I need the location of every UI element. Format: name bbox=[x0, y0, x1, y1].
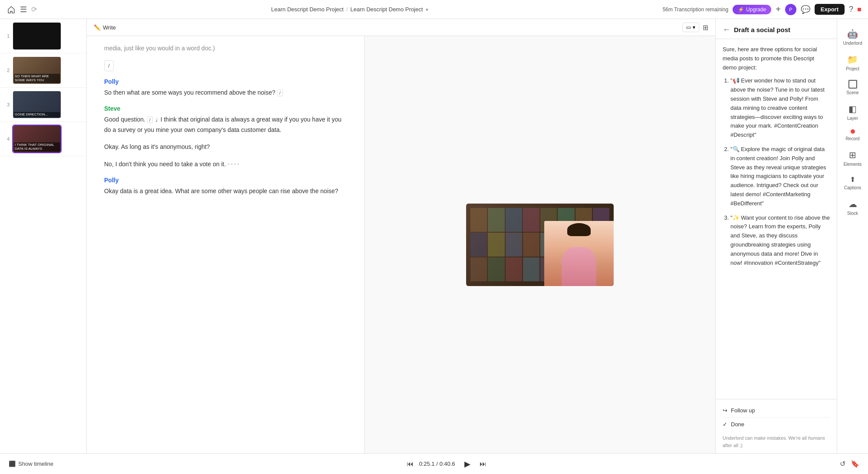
ai-posts-list: "📢 Ever wonder how to stand out above th… bbox=[723, 76, 830, 267]
scenes-panel: 1 2 SO THEN WHAT ARE SOME WAYS YOU 3 GON… bbox=[0, 19, 87, 453]
layer-icon: ◧ bbox=[848, 104, 857, 114]
speaker-polly-1: Polly bbox=[104, 78, 347, 85]
sidebar-item-scene[interactable]: Scene bbox=[837, 76, 868, 99]
scene-item[interactable]: 3 GONE DIRECTION... bbox=[0, 88, 86, 122]
scene-thumb-1 bbox=[13, 23, 61, 49]
export-button[interactable]: Export bbox=[815, 4, 845, 15]
layout-icon: ▭ bbox=[686, 24, 691, 30]
music-icon[interactable]: ♩ bbox=[155, 117, 158, 123]
transcript-para-polly-2[interactable]: Okay data is a great idea. What are some… bbox=[104, 186, 347, 197]
topbar: ☰ ⟳ Learn Descript Demo Project / Learn … bbox=[0, 0, 868, 19]
video-preview bbox=[466, 204, 614, 286]
skip-back-button[interactable]: ⏮ bbox=[407, 460, 414, 468]
show-timeline-button[interactable]: ⬛ Show timeline bbox=[9, 461, 53, 467]
sidebar-item-layer[interactable]: ◧ Layer bbox=[837, 99, 868, 125]
project-icon: 📁 bbox=[847, 54, 858, 65]
chat-icon[interactable]: 💬 bbox=[801, 5, 810, 14]
pencil-icon: ✏️ bbox=[94, 24, 101, 31]
inline-slash-1[interactable]: / bbox=[277, 89, 283, 96]
path-separator: / bbox=[346, 6, 348, 13]
menu-icon[interactable]: ☰ bbox=[20, 5, 27, 14]
scene-item[interactable]: 2 SO THEN WHAT ARE SOME WAYS YOU bbox=[0, 53, 86, 88]
transcript-intro: media, just like you would in a word doc… bbox=[104, 45, 347, 52]
ai-panel-header: ← Draft a social post bbox=[716, 19, 837, 39]
avatar[interactable]: P bbox=[785, 4, 796, 15]
slash-block[interactable]: / bbox=[104, 60, 114, 71]
transcript-para-vote[interactable]: No, I don't think you need to take a vot… bbox=[104, 159, 347, 170]
skip-forward-button[interactable]: ⏭ bbox=[480, 460, 487, 468]
scene-thumb-2: SO THEN WHAT ARE SOME WAYS YOU bbox=[13, 57, 61, 84]
transcription-info: 56m Transcription remaining bbox=[663, 7, 728, 13]
scene-thumb-4: I THINK THAT ORIGINAL DATA IS ALWAYS bbox=[13, 125, 61, 152]
ai-intro: Sure, here are three options for social … bbox=[723, 45, 830, 72]
time-display: 0:25.1 / 0:40.6 bbox=[419, 461, 455, 467]
ai-done-button[interactable]: ✓ Done bbox=[723, 418, 830, 431]
sidebar-item-underlord[interactable]: 🤖 Underlord bbox=[837, 24, 868, 50]
editor-panel: ✏️ Write ▭ ▾ ⊞ media, just like you woul… bbox=[87, 19, 715, 453]
done-check-icon: ✓ bbox=[723, 421, 727, 428]
sync-icon: ⟳ bbox=[31, 5, 37, 13]
sidebar-item-record[interactable]: Record bbox=[837, 125, 868, 145]
ai-panel-footer: ↪ Follow up ✓ Done Underlord can make mi… bbox=[716, 399, 837, 453]
sidebar-item-captions[interactable]: ⬆ Captions bbox=[837, 171, 868, 194]
sidebar-item-stock[interactable]: ☁ Stock bbox=[837, 194, 868, 220]
right-sidebar: 🤖 Underlord 📁 Project Scene ◧ Layer Reco… bbox=[837, 19, 868, 453]
ai-follow-up-button[interactable]: ↪ Follow up bbox=[723, 404, 830, 418]
notification-dot bbox=[858, 8, 861, 11]
bottom-bar: ⬛ Show timeline ⏮ 0:25.1 / 0:40.6 ▶ ⏭ ↺ … bbox=[0, 453, 868, 474]
ai-panel: ← Draft a social post Sure, here are thr… bbox=[715, 19, 837, 453]
loop-button[interactable]: ↺ bbox=[840, 460, 845, 468]
layout-button[interactable]: ▭ ▾ bbox=[682, 23, 699, 32]
underlord-icon: 🤖 bbox=[847, 29, 858, 39]
transcript-para-steve[interactable]: Good question. / ♩ I think that original… bbox=[104, 115, 347, 135]
sidebar-item-project[interactable]: 📁 Project bbox=[837, 50, 868, 76]
inline-slash-2[interactable]: / bbox=[147, 116, 153, 123]
main-area: 1 2 SO THEN WHAT ARE SOME WAYS YOU 3 GON… bbox=[0, 19, 868, 453]
record-dot-icon bbox=[851, 129, 855, 134]
write-button[interactable]: ✏️ Write bbox=[94, 24, 116, 31]
play-button[interactable]: ▶ bbox=[460, 457, 474, 471]
help-icon[interactable]: ? bbox=[849, 5, 853, 14]
add-button[interactable]: + bbox=[776, 4, 781, 14]
speaker-steve-1: Steve bbox=[104, 105, 347, 112]
transcript-para-anon[interactable]: Okay. As long as it's anonymous, right? bbox=[104, 142, 347, 152]
upgrade-icon: ⚡ bbox=[738, 7, 744, 13]
timeline-icon: ⬛ bbox=[9, 461, 16, 467]
editor-toolbar: ✏️ Write ▭ ▾ ⊞ bbox=[87, 19, 715, 36]
ai-panel-body: Sure, here are three options for social … bbox=[716, 39, 837, 399]
ai-post-2: "🔍 Explore the magic of original data in… bbox=[730, 145, 830, 208]
upgrade-button[interactable]: ⚡ Upgrade bbox=[733, 5, 771, 14]
home-icon[interactable] bbox=[7, 5, 16, 14]
speaker-polly-2: Polly bbox=[104, 177, 347, 184]
project-path-1[interactable]: Learn Descript Demo Project bbox=[271, 6, 344, 13]
topbar-right: 56m Transcription remaining ⚡ Upgrade + … bbox=[663, 4, 861, 15]
scene-icon bbox=[848, 80, 857, 89]
ai-panel-title: Draft a social post bbox=[734, 26, 790, 33]
transcript-para-1[interactable]: So then what are some ways you recommend… bbox=[104, 88, 347, 98]
topbar-center: Learn Descript Demo Project / Learn Desc… bbox=[271, 6, 428, 13]
layout-dropdown-icon: ▾ bbox=[693, 24, 695, 30]
video-area bbox=[365, 36, 715, 453]
scene-thumb-3: GONE DIRECTION... bbox=[13, 91, 61, 118]
ai-post-1: "📢 Ever wonder how to stand out above th… bbox=[730, 76, 830, 140]
ai-back-button[interactable]: ← bbox=[723, 25, 730, 34]
project-path-2[interactable]: Learn Descript Demo Project ▾ bbox=[350, 6, 428, 13]
follow-up-icon: ↪ bbox=[723, 407, 727, 414]
ai-post-3: "✨ Want your content to rise above the n… bbox=[730, 214, 830, 268]
elements-icon: ⊞ bbox=[849, 150, 856, 160]
scene-item-active[interactable]: 4 I THINK THAT ORIGINAL DATA IS ALWAYS bbox=[0, 122, 86, 156]
stock-icon: ☁ bbox=[848, 199, 857, 209]
scene-item[interactable]: 1 bbox=[0, 19, 86, 53]
sidebar-item-elements[interactable]: ⊞ Elements bbox=[837, 145, 868, 171]
playback-controls: ⏮ 0:25.1 / 0:40.6 ▶ ⏭ bbox=[407, 457, 486, 471]
panels-button[interactable]: ⊞ bbox=[703, 23, 708, 32]
extra-controls: ↺ 🔖 bbox=[840, 460, 859, 468]
topbar-left: ☰ ⟳ bbox=[7, 5, 37, 14]
transcript-area: media, just like you would in a word doc… bbox=[87, 36, 365, 453]
bookmark-button[interactable]: 🔖 bbox=[851, 460, 859, 468]
ai-disclaimer: Underlord can make mistakes. We're all h… bbox=[723, 431, 830, 449]
captions-icon: ⬆ bbox=[850, 175, 855, 184]
editor-content: media, just like you would in a word doc… bbox=[87, 36, 715, 453]
